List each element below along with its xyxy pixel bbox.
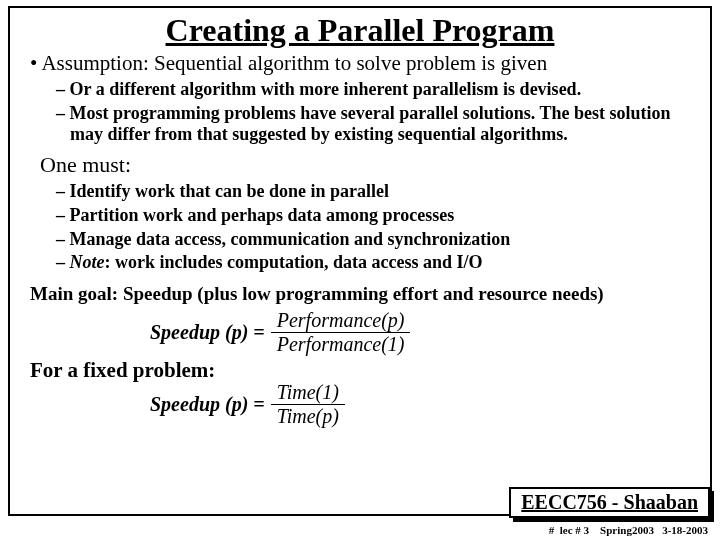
sub-bullet-2d-rest: : work includes computation, data access…: [105, 252, 483, 272]
sub-bullet-1a: – Or a different algorithm with more inh…: [56, 79, 696, 100]
formula-1-lhs: Speedup (p) =: [150, 321, 265, 344]
sub-bullet-2d: – Note: work includes computation, data …: [56, 252, 696, 273]
formula-2: Speedup (p) = Time(1) Time(p): [30, 381, 696, 428]
fixed-problem-heading: For a fixed problem:: [30, 358, 696, 383]
course-badge-text: EECC756 - Shaaban: [509, 487, 710, 518]
bullet-assumption: • Assumption: Sequential algorithm to so…: [30, 51, 696, 76]
sub-bullet-2a: – Identify work that can be done in para…: [56, 181, 696, 202]
course-badge: EECC756 - Shaaban: [509, 487, 710, 518]
formula-1: Speedup (p) = Performance(p) Performance…: [30, 309, 696, 356]
sub-bullet-2b: – Partition work and perhaps data among …: [56, 205, 696, 226]
formula-2-fraction: Time(1) Time(p): [271, 381, 345, 428]
formula-1-numerator: Performance(p): [271, 309, 411, 333]
main-goal: Main goal: Speedup (plus low programming…: [30, 283, 696, 305]
one-must-heading: One must:: [40, 152, 696, 178]
sub-bullet-1b: – Most programming problems have several…: [56, 103, 696, 144]
sub-bullet-2c: – Manage data access, communication and …: [56, 229, 696, 250]
slide-frame: Creating a Parallel Program • Assumption…: [8, 6, 712, 516]
sub-bullet-2d-note: Note: [70, 252, 105, 272]
formula-1-denominator: Performance(1): [271, 333, 411, 356]
formula-2-lhs: Speedup (p) =: [150, 393, 265, 416]
formula-2-denominator: Time(p): [271, 405, 345, 428]
formula-1-fraction: Performance(p) Performance(1): [271, 309, 411, 356]
slide-content: • Assumption: Sequential algorithm to so…: [10, 51, 710, 428]
slide-footer: # lec # 3 Spring2003 3-18-2003: [549, 524, 708, 536]
sub-bullet-2d-prefix: –: [56, 252, 70, 272]
slide-title: Creating a Parallel Program: [10, 12, 710, 49]
formula-2-numerator: Time(1): [271, 381, 345, 405]
